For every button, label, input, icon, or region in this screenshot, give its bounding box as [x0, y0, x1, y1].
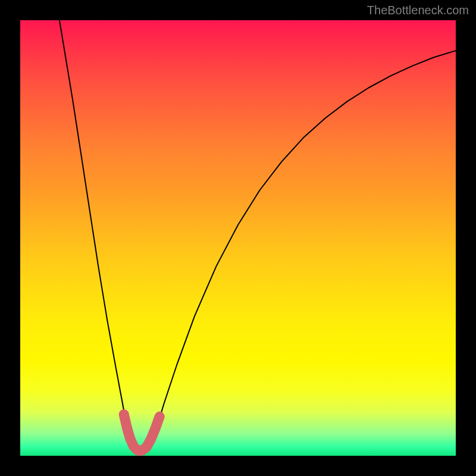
chart-svg: [20, 20, 456, 456]
site-watermark: TheBottleneck.com: [367, 4, 469, 17]
chart-plot-area: [20, 20, 456, 456]
bottleneck-curve: [60, 20, 456, 452]
bottleneck-minimum-highlight: [124, 415, 159, 451]
